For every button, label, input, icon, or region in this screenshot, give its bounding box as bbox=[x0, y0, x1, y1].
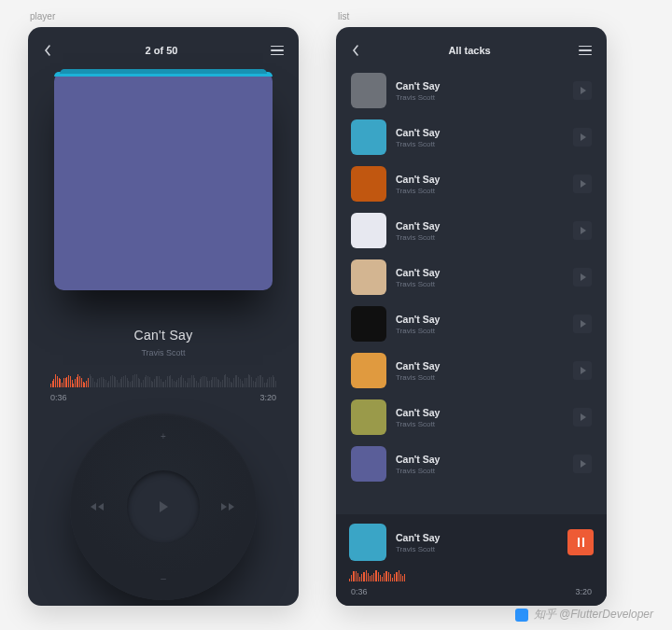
album-art bbox=[54, 72, 273, 290]
track-thumb bbox=[351, 399, 386, 435]
track-row-artist: Travis Scott bbox=[396, 420, 564, 428]
row-play-button[interactable] bbox=[573, 408, 592, 427]
track-row-title: Can't Say bbox=[396, 407, 564, 418]
track-row-title: Can't Say bbox=[396, 454, 564, 465]
track-row[interactable]: Can't SayTravis Scott bbox=[349, 115, 597, 160]
track-row-artist: Travis Scott bbox=[396, 327, 564, 335]
watermark: 知乎 @FlutterDeveloper bbox=[515, 607, 653, 623]
menu-button[interactable] bbox=[271, 46, 284, 56]
track-row[interactable]: Can't SayTravis Scott bbox=[349, 441, 597, 486]
screen-label-list: list bbox=[336, 11, 607, 21]
track-row[interactable]: Can't SayTravis Scott bbox=[349, 395, 597, 440]
list-header: All tacks bbox=[336, 27, 607, 66]
zhihu-logo-icon bbox=[515, 609, 528, 622]
track-row[interactable]: Can't SayTravis Scott bbox=[349, 301, 597, 346]
now-playing-title: Can't Say bbox=[396, 532, 558, 543]
play-icon bbox=[580, 320, 586, 328]
track-row-artist: Travis Scott bbox=[396, 93, 564, 102]
time-duration: 3:20 bbox=[259, 393, 276, 402]
play-icon bbox=[158, 500, 169, 513]
track-thumb bbox=[351, 306, 386, 342]
play-icon bbox=[580, 460, 586, 468]
list-screen: All tacks Can't SayTravis ScottCan't Say… bbox=[336, 27, 607, 606]
row-play-button[interactable] bbox=[573, 221, 592, 240]
track-position: 2 of 50 bbox=[146, 45, 178, 56]
screen-label-player: player bbox=[28, 11, 299, 21]
track-row-artist: Travis Scott bbox=[396, 373, 564, 382]
play-icon bbox=[580, 87, 586, 94]
menu-button[interactable] bbox=[579, 46, 592, 56]
track-row-title: Can't Say bbox=[396, 360, 564, 371]
track-thumb bbox=[351, 259, 386, 295]
play-icon bbox=[580, 227, 586, 234]
list-title: All tacks bbox=[448, 45, 490, 56]
now-time-duration: 3:20 bbox=[575, 587, 592, 596]
track-row-artist: Travis Scott bbox=[396, 140, 564, 148]
row-play-button[interactable] bbox=[573, 361, 592, 380]
track-row-title: Can't Say bbox=[396, 220, 564, 231]
track-thumb bbox=[351, 166, 386, 202]
volume-down-button[interactable]: – bbox=[149, 568, 177, 587]
track-row-artist: Travis Scott bbox=[396, 280, 564, 288]
track-row[interactable]: Can't SayTravis Scott bbox=[349, 161, 597, 206]
track-list[interactable]: Can't SayTravis ScottCan't SayTravis Sco… bbox=[336, 66, 607, 486]
track-row-artist: Travis Scott bbox=[396, 467, 564, 475]
time-elapsed: 0:36 bbox=[50, 393, 67, 402]
play-icon bbox=[580, 413, 586, 421]
track-row[interactable]: Can't SayTravis Scott bbox=[349, 348, 597, 393]
track-row[interactable]: Can't SayTravis Scott bbox=[349, 255, 597, 300]
track-row-title: Can't Say bbox=[396, 127, 564, 138]
now-playing-bar[interactable]: Can't Say Travis Scott 0:36 3:20 bbox=[336, 514, 607, 606]
row-play-button[interactable] bbox=[573, 268, 592, 287]
next-track-button[interactable] bbox=[216, 497, 244, 516]
play-icon bbox=[580, 367, 586, 374]
track-thumb bbox=[351, 213, 386, 248]
mini-waveform[interactable] bbox=[349, 570, 594, 581]
waveform[interactable] bbox=[50, 372, 276, 387]
track-row-artist: Travis Scott bbox=[396, 187, 564, 195]
row-play-button[interactable] bbox=[573, 175, 592, 193]
pause-button[interactable] bbox=[567, 529, 594, 555]
album-stack-indicator bbox=[54, 72, 273, 77]
track-thumb bbox=[351, 446, 386, 482]
track-row[interactable]: Can't SayTravis Scott bbox=[349, 208, 597, 253]
track-artist: Travis Scott bbox=[28, 348, 299, 357]
play-icon bbox=[580, 273, 586, 281]
row-play-button[interactable] bbox=[573, 455, 592, 473]
track-thumb bbox=[351, 73, 386, 108]
row-play-button[interactable] bbox=[573, 81, 592, 100]
play-icon bbox=[580, 180, 586, 188]
click-wheel[interactable]: + – bbox=[70, 413, 257, 600]
track-row-artist: Travis Scott bbox=[396, 233, 564, 242]
now-playing-thumb bbox=[349, 524, 386, 561]
track-title: Can't Say bbox=[28, 328, 299, 343]
prev-track-button[interactable] bbox=[83, 497, 111, 516]
row-play-button[interactable] bbox=[573, 315, 592, 333]
play-button[interactable] bbox=[127, 470, 200, 543]
track-row-title: Can't Say bbox=[396, 314, 564, 325]
now-playing-artist: Travis Scott bbox=[396, 545, 558, 553]
player-header: 2 of 50 bbox=[28, 27, 299, 66]
track-row-title: Can't Say bbox=[396, 267, 564, 278]
back-button[interactable] bbox=[43, 44, 52, 57]
now-time-elapsed: 0:36 bbox=[351, 587, 368, 596]
row-play-button[interactable] bbox=[573, 128, 592, 147]
track-row-title: Can't Say bbox=[396, 80, 564, 91]
volume-up-button[interactable]: + bbox=[149, 427, 177, 445]
track-row[interactable]: Can't SayTravis Scott bbox=[349, 68, 597, 113]
back-button[interactable] bbox=[351, 44, 360, 57]
track-thumb bbox=[351, 119, 386, 155]
track-thumb bbox=[351, 353, 386, 388]
track-row-title: Can't Say bbox=[396, 174, 564, 185]
play-icon bbox=[580, 133, 586, 141]
player-screen: 2 of 50 Can't Say Travis Scott 0:36 3:20 bbox=[28, 27, 299, 606]
